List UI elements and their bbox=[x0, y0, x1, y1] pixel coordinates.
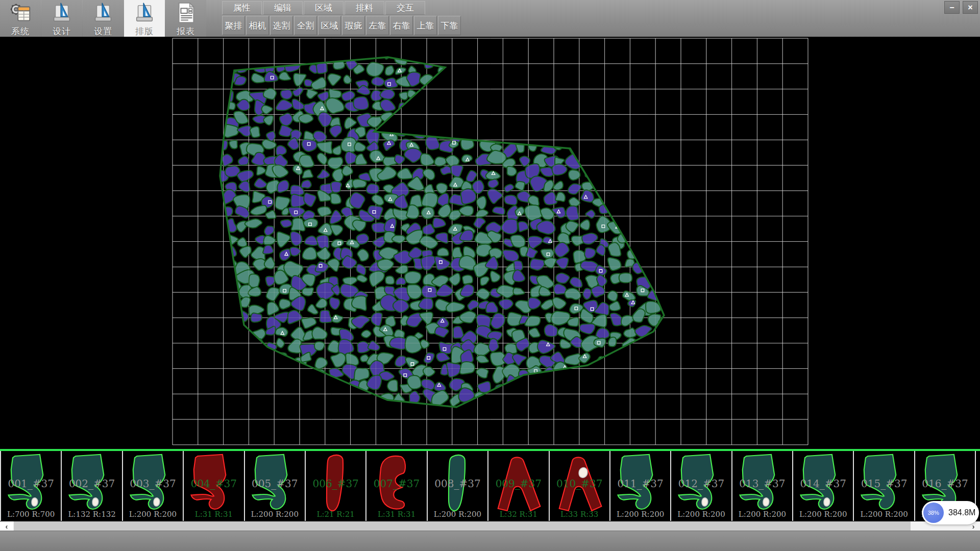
menu-tab-interact[interactable]: 交互 bbox=[385, 1, 425, 15]
part-name: 008_#37 bbox=[428, 478, 487, 490]
main-tab-label: 报表 bbox=[177, 26, 195, 37]
defect-hole bbox=[824, 498, 830, 506]
horizontal-scrollbar[interactable]: ‹ › bbox=[0, 521, 980, 531]
part-lr-count: L:31 R:31 bbox=[366, 510, 426, 519]
tool-button-cut-all[interactable]: 全割 bbox=[294, 16, 317, 35]
part-thumbnail[interactable]: 008_#37L:200 R:200 bbox=[428, 451, 488, 521]
close-button[interactable]: × bbox=[963, 1, 978, 14]
part-thumbnail[interactable]: 012_#37L:200 R:200 bbox=[671, 451, 732, 521]
tool-button-align-left[interactable]: 左靠 bbox=[366, 16, 389, 35]
defect-hole bbox=[154, 498, 160, 506]
tool-button-align-top[interactable]: 上靠 bbox=[414, 16, 437, 35]
part-name: 013_#37 bbox=[732, 478, 792, 490]
menu-tab-row: 属性编辑区域排料交互 bbox=[222, 1, 426, 15]
report-doc-icon bbox=[174, 1, 198, 27]
main-tab-settings[interactable]: 设置 bbox=[83, 0, 124, 37]
main-tab-label: 设置 bbox=[94, 26, 112, 37]
scrollbar-thumb[interactable] bbox=[14, 521, 911, 531]
filmstrip-cells: 001_#37L:700 R:700 002_#37L:132 R:132 00… bbox=[0, 451, 980, 521]
window-controls: − × bbox=[944, 1, 978, 14]
part-thumbnail[interactable]: 009_#37L:32 R:31 bbox=[488, 451, 549, 521]
main-tab-label: 设计 bbox=[53, 26, 71, 37]
part-thumbnail[interactable]: 011_#37L:200 R:200 bbox=[610, 451, 671, 521]
menu-tab-properties[interactable]: 属性 bbox=[222, 1, 262, 15]
part-lr-count: L:700 R:700 bbox=[1, 510, 61, 519]
nesting-ruler-icon bbox=[133, 1, 156, 27]
menu-tab-region[interactable]: 区域 bbox=[304, 1, 344, 15]
part-name: 010_#37 bbox=[550, 478, 609, 490]
part-name: 009_#37 bbox=[488, 478, 548, 490]
tool-button-select-cut[interactable]: 选割 bbox=[270, 16, 293, 35]
part-thumbnail[interactable]: 015_#37L:200 R:200 bbox=[854, 451, 915, 521]
scroll-left-button[interactable]: ‹ bbox=[0, 521, 13, 531]
defect-hole bbox=[702, 498, 708, 506]
part-lr-count: L:200 R:200 bbox=[793, 510, 853, 519]
part-lr-count: L:132 R:132 bbox=[62, 510, 121, 519]
defect-hole bbox=[579, 468, 587, 478]
main-tab-design[interactable]: 设计 bbox=[41, 0, 82, 37]
part-thumbnail[interactable]: 001_#37L:700 R:700 bbox=[1, 451, 62, 521]
main-tab-report[interactable]: 报表 bbox=[165, 0, 206, 37]
part-lr-count: L:21 R:21 bbox=[306, 510, 365, 519]
part-thumbnail[interactable]: 013_#37L:200 R:200 bbox=[732, 451, 793, 521]
part-name: 005_#37 bbox=[245, 478, 305, 490]
part-lr-count: L:32 R:31 bbox=[488, 510, 548, 519]
top-toolbar: 系统 设计 设置 排版 报表 属性编辑区域排料交互 聚排相机选割全割区域瑕疵左靠… bbox=[0, 0, 980, 37]
system-gear-icon bbox=[9, 1, 32, 27]
part-name: 012_#37 bbox=[671, 478, 731, 490]
part-lr-count: L:200 R:200 bbox=[732, 510, 792, 519]
minimize-button[interactable]: − bbox=[944, 1, 960, 14]
defect-hole bbox=[92, 498, 99, 506]
main-tab-nesting[interactable]: 排版 bbox=[124, 0, 165, 37]
defect-hole bbox=[32, 498, 38, 506]
tool-button-region[interactable]: 区域 bbox=[318, 16, 341, 35]
part-thumbnail[interactable]: 003_#37L:200 R:200 bbox=[123, 451, 184, 521]
part-name: 003_#37 bbox=[123, 478, 183, 490]
tool-button-camera[interactable]: 相机 bbox=[246, 16, 269, 35]
part-name: 004_#37 bbox=[184, 478, 243, 490]
part-lr-count: L:200 R:200 bbox=[245, 510, 305, 519]
memory-usage-badge: 38% 384.8M bbox=[922, 501, 979, 524]
part-name: 006_#37 bbox=[306, 478, 365, 490]
parts-filmstrip: 001_#37L:700 R:700 002_#37L:132 R:132 00… bbox=[0, 449, 980, 521]
tool-button-align-right[interactable]: 右靠 bbox=[390, 16, 413, 35]
part-lr-count: L:200 R:200 bbox=[854, 510, 914, 519]
part-lr-count: L:200 R:200 bbox=[123, 510, 183, 519]
part-lr-count: L:200 R:200 bbox=[610, 510, 670, 519]
part-name: 002_#37 bbox=[62, 478, 121, 490]
status-bar bbox=[0, 531, 980, 551]
part-name: 011_#37 bbox=[610, 478, 670, 490]
design-ruler-icon bbox=[50, 1, 74, 27]
part-name: 016_#37 bbox=[915, 478, 975, 490]
part-lr-count: L:200 R:200 bbox=[428, 510, 487, 519]
settings-ruler-icon bbox=[91, 1, 115, 27]
part-thumbnail[interactable]: 006_#37L:21 R:21 bbox=[306, 451, 366, 521]
tool-button-align-bottom[interactable]: 下靠 bbox=[438, 16, 461, 35]
main-tab-label: 系统 bbox=[11, 26, 30, 37]
part-thumbnail[interactable]: 005_#37L:200 R:200 bbox=[245, 451, 306, 521]
part-name: 015_#37 bbox=[854, 478, 914, 490]
part-name: 001_#37 bbox=[1, 478, 61, 490]
main-button-bar: 系统 设计 设置 排版 报表 bbox=[0, 0, 207, 37]
menu-tab-edit[interactable]: 编辑 bbox=[263, 1, 303, 15]
memory-percent-indicator: 38% bbox=[923, 503, 944, 523]
part-lr-count: L:33 R:33 bbox=[550, 510, 609, 519]
part-thumbnail[interactable]: 004_#37L:31 R:31 bbox=[184, 451, 244, 521]
nesting-canvas[interactable] bbox=[0, 37, 980, 450]
part-lr-count: L:31 R:31 bbox=[184, 510, 243, 519]
part-name: 014_#37 bbox=[793, 478, 853, 490]
defect-hole bbox=[763, 498, 769, 506]
main-tab-label: 排版 bbox=[135, 26, 154, 37]
part-lr-count: L:200 R:200 bbox=[671, 510, 731, 519]
memory-value: 384.8M bbox=[948, 508, 975, 517]
part-thumbnail[interactable]: 002_#37L:132 R:132 bbox=[62, 451, 122, 521]
part-thumbnail[interactable]: 010_#37L:33 R:33 bbox=[550, 451, 610, 521]
part-name: 007_#37 bbox=[366, 478, 426, 490]
main-tab-system[interactable]: 系统 bbox=[0, 0, 41, 37]
menu-tab-nest[interactable]: 排料 bbox=[345, 1, 384, 15]
part-thumbnail[interactable]: 014_#37L:200 R:200 bbox=[793, 451, 854, 521]
tool-button-defect[interactable]: 瑕疵 bbox=[342, 16, 365, 35]
part-thumbnail[interactable]: 007_#37L:31 R:31 bbox=[366, 451, 427, 521]
tool-button-cluster-nest[interactable]: 聚排 bbox=[222, 16, 245, 35]
tool-button-row: 聚排相机选割全割区域瑕疵左靠右靠上靠下靠 bbox=[222, 16, 462, 35]
